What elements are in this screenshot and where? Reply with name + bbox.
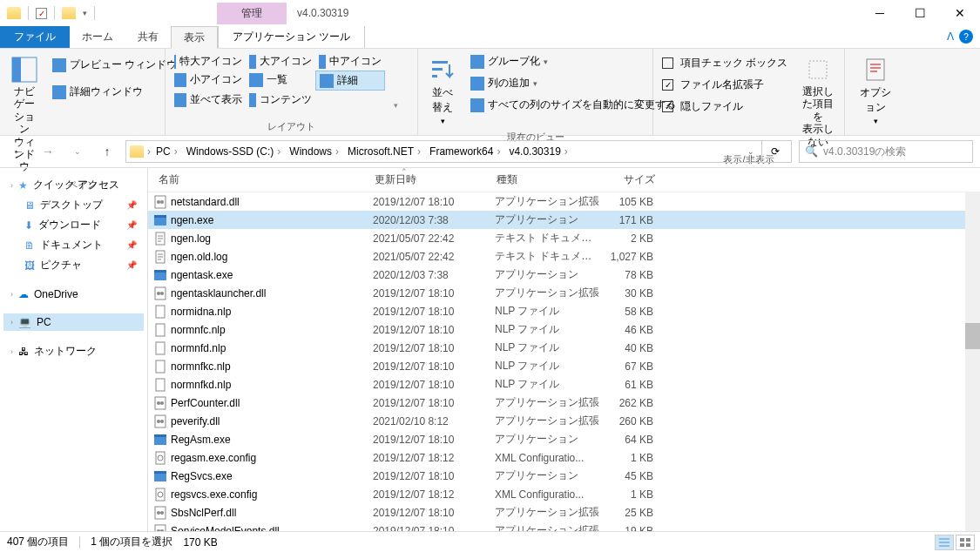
scrollbar-thumb[interactable] bbox=[965, 323, 980, 349]
file-date: 2019/12/07 18:10 bbox=[373, 507, 495, 519]
tab-view[interactable]: 表示 bbox=[171, 26, 218, 49]
file-type: XML Configuratio... bbox=[495, 452, 599, 464]
column-header-size[interactable]: サイズ bbox=[601, 172, 662, 187]
sidebar-item-pictures[interactable]: 🖼ピクチャ📌 bbox=[3, 255, 144, 275]
file-row[interactable]: normnfd.nlp2019/12/07 18:10NLP ファイル40 KB bbox=[148, 339, 980, 357]
sidebar-item-onedrive[interactable]: ›☁OneDrive bbox=[3, 286, 144, 303]
file-type-icon bbox=[153, 451, 167, 465]
file-row[interactable]: SbsNclPerf.dll2019/12/07 18:10アプリケーション拡張… bbox=[148, 503, 980, 522]
expand-icon[interactable]: ▾ bbox=[394, 101, 398, 110]
breadcrumb-item[interactable]: v4.0.30319› bbox=[505, 145, 571, 158]
sidebar-item-network[interactable]: ›🖧ネットワーク bbox=[3, 341, 144, 361]
file-type: アプリケーション bbox=[495, 468, 599, 483]
view-xl-icons[interactable]: 特大アイコン bbox=[171, 52, 246, 71]
tab-share[interactable]: 共有 bbox=[125, 26, 171, 48]
file-row[interactable]: netstandard.dll2019/12/07 18:10アプリケーション拡… bbox=[148, 192, 980, 211]
file-row[interactable]: ngen.old.log2021/05/07 22:42テキスト ドキュメント1… bbox=[148, 247, 980, 266]
breadcrumb-item[interactable]: Windows-SSD (C:)› bbox=[183, 145, 285, 158]
file-name: ngentasklauncher.dll bbox=[171, 287, 373, 300]
view-content[interactable]: コンテンツ bbox=[246, 91, 315, 109]
nav-up-button[interactable]: ↑ bbox=[96, 140, 118, 163]
preview-pane-button[interactable]: プレビュー ウィンドウ bbox=[49, 56, 180, 74]
close-button[interactable]: ✕ bbox=[940, 0, 980, 26]
file-row[interactable]: normnfkc.nlp2019/12/07 18:10NLP ファイル67 K… bbox=[148, 357, 980, 375]
hide-selected-button[interactable]: 選択した項目を 表示しない bbox=[796, 52, 839, 151]
file-size: 19 KB bbox=[599, 525, 660, 532]
file-name: regsvcs.exe.config bbox=[171, 488, 373, 501]
chevron-right-icon[interactable]: › bbox=[147, 145, 151, 158]
sidebar-item-pc[interactable]: ›💻PC bbox=[3, 313, 144, 331]
file-row[interactable]: normnfkd.nlp2019/12/07 18:10NLP ファイル61 K… bbox=[148, 375, 980, 394]
breadcrumb[interactable]: › PC› Windows-SSD (C:)› Windows› Microso… bbox=[125, 140, 792, 163]
file-row[interactable]: ngentask.exe2020/12/03 7:38アプリケーション78 KB bbox=[148, 266, 980, 284]
view-s-icons[interactable]: 小アイコン bbox=[171, 71, 246, 89]
file-date: 2019/12/07 18:10 bbox=[373, 525, 495, 532]
maximize-button[interactable]: ☐ bbox=[900, 0, 940, 26]
file-row[interactable]: normidna.nlp2019/12/07 18:10NLP ファイル58 K… bbox=[148, 302, 980, 320]
file-row[interactable]: ngen.exe2020/12/03 7:38アプリケーション171 KB bbox=[148, 211, 980, 229]
sidebar-item-downloads[interactable]: ⬇ダウンロード📌 bbox=[3, 215, 144, 235]
collapse-ribbon-icon[interactable]: ᐱ bbox=[947, 30, 954, 43]
view-list[interactable]: 一覧 bbox=[246, 71, 315, 89]
svg-point-28 bbox=[157, 420, 160, 423]
refresh-button[interactable]: ⟳ bbox=[761, 140, 787, 163]
qat-dropdown-icon[interactable]: ▾ bbox=[83, 9, 87, 17]
file-row[interactable]: PerfCounter.dll2019/12/07 18:10アプリケーション拡… bbox=[148, 394, 980, 412]
file-date: 2019/12/07 18:10 bbox=[373, 342, 495, 354]
minimize-button[interactable]: ─ bbox=[860, 0, 900, 26]
column-header-date[interactable]: 更新日時 bbox=[375, 172, 497, 187]
view-tiles[interactable]: 並べて表示 bbox=[171, 91, 246, 109]
breadcrumb-item[interactable]: PC› bbox=[152, 145, 181, 158]
tab-file[interactable]: ファイル bbox=[0, 26, 70, 48]
view-mode-icons-button[interactable] bbox=[956, 535, 975, 550]
file-row[interactable]: ServiceModelEvents.dll2019/12/07 18:10アプ… bbox=[148, 522, 980, 531]
sidebar-item-documents[interactable]: 🗎ドキュメント📌 bbox=[3, 235, 144, 255]
search-input[interactable]: 🔍 v4.0.30319の検索 bbox=[799, 140, 973, 163]
svg-rect-1 bbox=[12, 57, 21, 82]
columns-icon bbox=[470, 77, 484, 91]
size-columns-button[interactable]: すべての列のサイズを自動的に変更する bbox=[467, 96, 679, 114]
ribbon: ナビゲーション ウィンドウ プレビュー ウィンドウ 詳細ウィンドウ ペイン 特大… bbox=[0, 49, 980, 136]
icons-icon bbox=[174, 73, 186, 87]
sidebar-item-desktop[interactable]: 🖥デスクトップ📌 bbox=[3, 195, 144, 215]
tab-home[interactable]: ホーム bbox=[70, 26, 125, 48]
sidebar-item-quickaccess[interactable]: ›★クイック アクセス bbox=[3, 175, 144, 195]
checkbox-icon: ✓ bbox=[662, 79, 673, 91]
hidden-files-toggle[interactable]: ✓隠しファイル bbox=[659, 98, 791, 116]
breadcrumb-dropdown-icon[interactable]: ⌄ bbox=[742, 147, 760, 156]
view-l-icons[interactable]: 大アイコン bbox=[246, 52, 315, 71]
file-ext-toggle[interactable]: ✓ファイル名拡張子 bbox=[659, 76, 791, 94]
file-row[interactable]: ngen.log2021/05/07 22:42テキスト ドキュメント2 KB bbox=[148, 229, 980, 247]
file-row[interactable]: peverify.dll2021/02/10 8:12アプリケーション拡張260… bbox=[148, 412, 980, 430]
breadcrumb-item[interactable]: Windows› bbox=[286, 145, 342, 158]
file-row[interactable]: RegSvcs.exe2019/12/07 18:10アプリケーション45 KB bbox=[148, 467, 980, 485]
file-name: ngen.exe bbox=[171, 214, 373, 226]
nav-recent-button[interactable]: ⌄ bbox=[66, 140, 89, 163]
file-type: NLP ファイル bbox=[495, 359, 599, 374]
breadcrumb-item[interactable]: Microsoft.NET› bbox=[344, 145, 424, 158]
scrollbar[interactable] bbox=[965, 192, 980, 531]
sort-button[interactable]: 並べ替え▾ bbox=[423, 52, 462, 129]
onedrive-icon: ☁ bbox=[18, 288, 29, 300]
group-by-button[interactable]: グループ化 ▾ bbox=[467, 52, 679, 71]
file-row[interactable]: regasm.exe.config2019/12/07 18:12XML Con… bbox=[148, 448, 980, 467]
file-row[interactable]: RegAsm.exe2019/12/07 18:10アプリケーション64 KB bbox=[148, 430, 980, 448]
column-header-type[interactable]: 種類 bbox=[497, 172, 601, 187]
details-pane-button[interactable]: 詳細ウィンドウ bbox=[49, 83, 180, 101]
item-checkboxes-toggle[interactable]: 項目チェック ボックス bbox=[659, 54, 791, 72]
options-button[interactable]: オプション▾ bbox=[850, 52, 901, 129]
column-header-name[interactable]: 名前 bbox=[148, 172, 375, 187]
nav-forward-button[interactable]: → bbox=[37, 140, 59, 163]
breadcrumb-item[interactable]: Framework64› bbox=[426, 145, 504, 158]
view-details[interactable]: 詳細 bbox=[315, 71, 385, 91]
view-m-icons[interactable]: 中アイコン bbox=[315, 52, 385, 71]
view-mode-details-button[interactable] bbox=[935, 535, 954, 550]
help-icon[interactable]: ? bbox=[959, 30, 973, 44]
tab-app-tools[interactable]: アプリケーション ツール bbox=[218, 26, 365, 48]
add-columns-button[interactable]: 列の追加 ▾ bbox=[467, 74, 679, 92]
nav-back-button[interactable]: ← bbox=[7, 140, 30, 163]
file-row[interactable]: ngentasklauncher.dll2019/12/07 18:10アプリケ… bbox=[148, 284, 980, 302]
qat-checkbox-icon[interactable]: ✓ bbox=[36, 8, 47, 19]
file-row[interactable]: regsvcs.exe.config2019/12/07 18:12XML Co… bbox=[148, 485, 980, 503]
file-row[interactable]: normnfc.nlp2019/12/07 18:10NLP ファイル46 KB bbox=[148, 320, 980, 339]
